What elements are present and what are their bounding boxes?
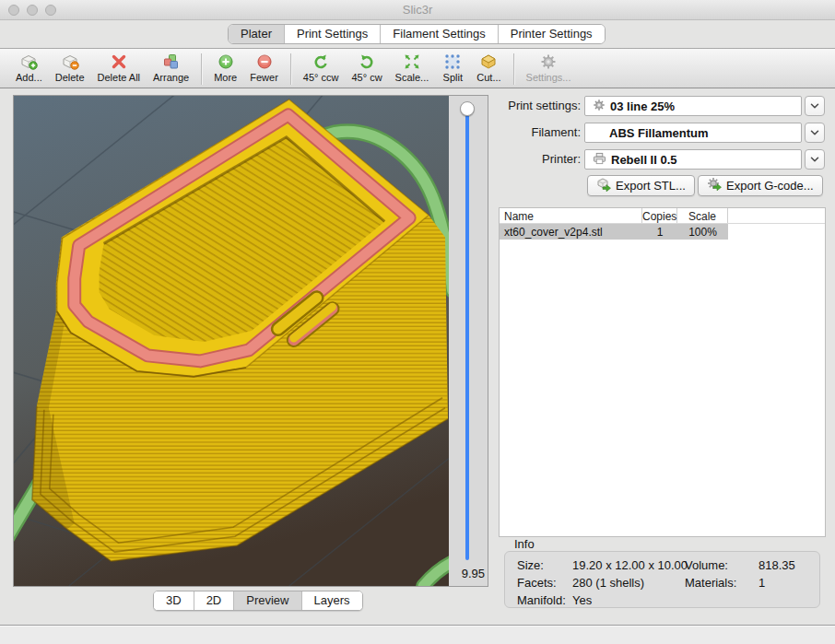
toolbar-label: Scale... xyxy=(395,72,429,83)
object-scale-cell: 100% xyxy=(677,224,728,240)
print-settings-value: 03 line 25% xyxy=(610,100,675,113)
tab-filament-settings[interactable]: Filament Settings xyxy=(381,25,498,43)
split-button[interactable]: Split xyxy=(435,52,470,84)
title-bar: Slic3r xyxy=(0,0,835,20)
print-settings-combo[interactable]: 03 line 25% xyxy=(584,96,802,116)
printer-label: Printer: xyxy=(498,149,581,170)
scale-arrows-icon xyxy=(403,53,421,71)
filament-value: ABS Fillamentum xyxy=(609,126,709,140)
toolbar-label: Delete xyxy=(55,72,85,83)
column-header-copies[interactable]: Copies xyxy=(642,208,677,223)
rotate-cw-icon xyxy=(358,53,376,71)
settings-gear-icon xyxy=(539,53,558,71)
printer-icon xyxy=(593,152,606,168)
export-gcode-button[interactable]: Export G-code... xyxy=(698,175,823,196)
object-copies-cell: 1 xyxy=(642,224,677,240)
toolbar-separator xyxy=(201,53,202,85)
gear-icon xyxy=(593,99,606,114)
toolbar-label: Arrange xyxy=(153,72,189,83)
object-settings-button[interactable]: Settings... xyxy=(520,52,578,84)
split-cube-icon xyxy=(443,53,462,71)
arrange-button[interactable]: Arrange xyxy=(147,52,195,84)
more-plus-icon xyxy=(217,53,235,71)
printer-dropdown-button[interactable] xyxy=(805,149,825,170)
table-header: Name Copies Scale xyxy=(500,208,825,224)
toolbar-label: Split xyxy=(443,72,463,83)
object-name-cell: xt60_cover_v2p4.stl xyxy=(500,224,642,240)
plater-viewport-panel: 9.95 xyxy=(13,95,488,587)
rotate-ccw-button[interactable]: 45° ccw xyxy=(297,52,346,84)
object-list-table: Name Copies Scale xt60_cover_v2p4.stl 1 … xyxy=(499,207,826,537)
view-tab-layers[interactable]: Layers xyxy=(302,591,362,610)
filament-label: Filament: xyxy=(498,123,581,143)
manifold-label: Manifold: xyxy=(517,593,566,607)
export-gcode-icon xyxy=(707,177,722,194)
view-tab-2d[interactable]: 2D xyxy=(194,591,235,610)
facets-value: 280 (1 shells) xyxy=(572,576,644,590)
toolbar-separator xyxy=(290,53,291,85)
toolbar-label: 45° cw xyxy=(351,72,382,83)
printer-combo[interactable]: Rebell II 0.5 xyxy=(584,149,802,170)
column-header-name[interactable]: Name xyxy=(500,208,642,223)
view-mode-tabs: 3D 2D Preview Layers xyxy=(153,591,363,611)
print-settings-dropdown-button[interactable] xyxy=(805,96,825,116)
add-box-icon xyxy=(19,53,38,71)
preview-3d-canvas[interactable] xyxy=(14,96,449,586)
materials-label: Materials: xyxy=(685,576,736,590)
delete-button[interactable]: Delete xyxy=(49,52,91,84)
toolbar-label: Delete All xyxy=(98,72,140,83)
toolbar-label: Cut... xyxy=(476,72,500,83)
rotate-cw-button[interactable]: 45° cw xyxy=(345,52,388,84)
export-stl-label: Export STL... xyxy=(616,179,686,193)
main-tab-bar: Plater Print Settings Filament Settings … xyxy=(228,24,606,44)
table-row[interactable]: xt60_cover_v2p4.stl 1 100% xyxy=(500,224,825,240)
size-value: 19.20 x 12.00 x 10.00 xyxy=(572,558,688,572)
cut-box-icon xyxy=(479,53,498,71)
export-stl-button[interactable]: Export STL... xyxy=(587,175,695,196)
column-header-scale[interactable]: Scale xyxy=(677,208,728,223)
chevron-down-icon xyxy=(808,126,821,139)
more-button[interactable]: More xyxy=(207,52,243,84)
volume-label: Volume: xyxy=(685,558,728,572)
toolbar-label: Add... xyxy=(16,72,42,83)
toolbar-label: 45° ccw xyxy=(303,72,339,83)
window-title: Slic3r xyxy=(0,3,835,17)
volume-value: 818.35 xyxy=(759,558,795,572)
cut-button[interactable]: Cut... xyxy=(470,52,507,84)
toolbar-separator xyxy=(513,53,514,85)
materials-value: 1 xyxy=(759,576,765,590)
fewer-button[interactable]: Fewer xyxy=(243,52,285,84)
facets-label: Facets: xyxy=(517,576,557,590)
toolbar-label: Settings... xyxy=(526,72,571,83)
tab-print-settings[interactable]: Print Settings xyxy=(285,25,381,43)
scale-button[interactable]: Scale... xyxy=(389,52,436,84)
info-panel: Size: 19.20 x 12.00 x 10.00 Volume: 818.… xyxy=(504,551,820,608)
layer-slider-knob[interactable] xyxy=(460,101,475,116)
bottom-divider xyxy=(0,625,835,644)
toolbar-label: More xyxy=(214,72,237,83)
manifold-value: Yes xyxy=(572,593,592,607)
size-label: Size: xyxy=(517,558,544,572)
export-stl-icon xyxy=(596,177,611,194)
toolbar-label: Fewer xyxy=(250,72,278,83)
tab-printer-settings[interactable]: Printer Settings xyxy=(499,25,605,43)
chevron-down-icon xyxy=(808,153,821,166)
chevron-down-icon xyxy=(808,100,821,112)
export-gcode-label: Export G-code... xyxy=(726,179,814,193)
printer-value: Rebell II 0.5 xyxy=(611,153,677,167)
add-button[interactable]: Add... xyxy=(9,52,49,84)
print-settings-label: Print settings: xyxy=(498,96,581,116)
view-tab-3d[interactable]: 3D xyxy=(154,591,194,610)
delete-all-button[interactable]: Delete All xyxy=(91,52,147,84)
plater-toolbar: Add... Delete Delete All Arrange More Fe… xyxy=(0,48,835,88)
tab-plater[interactable]: Plater xyxy=(229,25,285,43)
filament-dropdown-button[interactable] xyxy=(805,123,825,143)
delete-all-icon xyxy=(110,53,128,71)
filament-combo[interactable]: ABS Fillamentum xyxy=(584,123,802,143)
layer-slider-track[interactable] xyxy=(465,111,469,560)
layer-slider: 9.95 xyxy=(449,96,488,586)
rotate-ccw-icon xyxy=(312,53,330,71)
fewer-minus-icon xyxy=(255,53,274,71)
delete-box-icon xyxy=(61,53,79,71)
view-tab-preview[interactable]: Preview xyxy=(234,591,301,610)
